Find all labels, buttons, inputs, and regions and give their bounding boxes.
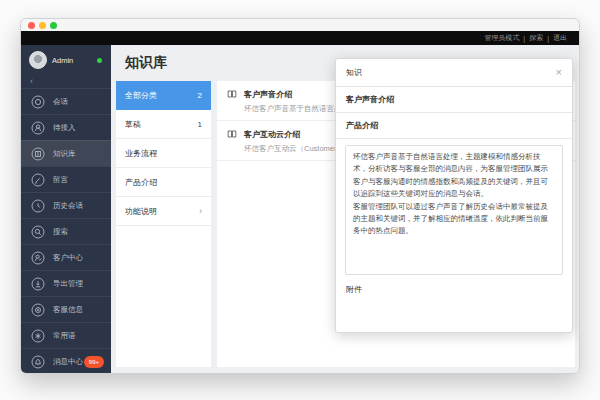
download-icon bbox=[31, 277, 45, 291]
sidebar-user-header: Admin ‹ bbox=[21, 45, 111, 88]
unread-count-badge: 99+ bbox=[84, 356, 104, 368]
separator: | bbox=[547, 35, 549, 42]
chevron-right-icon: › bbox=[199, 206, 202, 216]
popup-search-bar: × bbox=[336, 59, 572, 87]
person-icon bbox=[31, 121, 45, 135]
category-drafts[interactable]: 草稿 1 bbox=[116, 110, 211, 139]
search-icon bbox=[31, 225, 45, 239]
sidebar-item-export[interactable]: 导出管理 bbox=[21, 270, 111, 296]
sidebar-item-customer-center[interactable]: 客户中心 bbox=[21, 244, 111, 270]
book-icon bbox=[31, 147, 45, 161]
article-content-box[interactable]: 环信客户声音基于自然语言处理，主题建模和情感分析技术，分析访客与客服全部的消息内… bbox=[345, 145, 563, 275]
top-menu-bar: 管理员模式 | 探索 | 退出 bbox=[21, 31, 579, 45]
category-panel: 全部分类 2 草稿 1 业务流程 产品介绍 功能说明 › bbox=[116, 81, 211, 367]
sidebar-item-search[interactable]: 搜索 bbox=[21, 218, 111, 244]
admin-mode-link[interactable]: 管理员模式 bbox=[484, 33, 519, 43]
page-title: 知识库 bbox=[125, 54, 167, 72]
search-input[interactable] bbox=[346, 68, 556, 77]
info-icon bbox=[31, 303, 45, 317]
close-window-icon[interactable] bbox=[28, 22, 35, 29]
sidebar: Admin ‹ 会话 待接入 知识库 留言 历史会话 bbox=[21, 45, 111, 373]
chat-icon bbox=[31, 95, 45, 109]
logout-link[interactable]: 退出 bbox=[553, 33, 567, 43]
sidebar-item-common-phrases[interactable]: 常用语 bbox=[21, 322, 111, 348]
avatar[interactable] bbox=[29, 51, 47, 69]
article-title: 客户互动云介绍 bbox=[244, 129, 300, 140]
search-result-item[interactable]: 产品介绍 bbox=[336, 113, 572, 139]
sidebar-item-agent-info[interactable]: 客服信息 bbox=[21, 296, 111, 322]
online-status-dot bbox=[97, 58, 102, 63]
bell-icon bbox=[31, 355, 45, 369]
close-icon[interactable]: × bbox=[556, 67, 562, 78]
app-window: 管理员模式 | 探索 | 退出 Admin ‹ 会话 待接入 知识库 bbox=[20, 18, 580, 374]
category-feature-docs[interactable]: 功能说明 › bbox=[116, 197, 211, 226]
sidebar-item-message-center[interactable]: 消息中心 99+ bbox=[21, 348, 111, 373]
category-product-intro[interactable]: 产品介绍 bbox=[116, 168, 211, 197]
sidebar-item-conversations[interactable]: 会话 bbox=[21, 88, 111, 114]
minimize-window-icon[interactable] bbox=[39, 22, 46, 29]
category-count: 2 bbox=[198, 91, 202, 100]
category-all[interactable]: 全部分类 2 bbox=[116, 81, 211, 110]
open-book-icon bbox=[226, 88, 238, 100]
collapse-sidebar-icon[interactable]: ‹ bbox=[30, 76, 33, 86]
sidebar-item-messages-left[interactable]: 留言 bbox=[21, 166, 111, 192]
sidebar-item-history[interactable]: 历史会话 bbox=[21, 192, 111, 218]
pencil-icon bbox=[31, 173, 45, 187]
customer-icon bbox=[31, 251, 45, 265]
explore-link[interactable]: 探索 bbox=[529, 33, 543, 43]
username-label: Admin bbox=[52, 56, 73, 65]
attachment-label: 附件 bbox=[346, 284, 572, 295]
maximize-window-icon[interactable] bbox=[50, 22, 57, 29]
sidebar-item-pending[interactable]: 待接入 bbox=[21, 114, 111, 140]
article-title: 客户声音介绍 bbox=[244, 89, 292, 100]
phrase-icon bbox=[31, 329, 45, 343]
separator: | bbox=[523, 35, 525, 42]
window-titlebar bbox=[21, 19, 579, 31]
search-result-item[interactable]: 客户声音介绍 bbox=[336, 87, 572, 113]
category-count: 1 bbox=[198, 120, 202, 129]
open-book-icon bbox=[226, 128, 238, 140]
clock-icon bbox=[31, 199, 45, 213]
category-business-process[interactable]: 业务流程 bbox=[116, 139, 211, 168]
knowledge-search-popup: × 客户声音介绍 产品介绍 环信客户声音基于自然语言处理，主题建模和情感分析技术… bbox=[335, 58, 573, 333]
sidebar-item-knowledge-base[interactable]: 知识库 bbox=[21, 140, 111, 166]
